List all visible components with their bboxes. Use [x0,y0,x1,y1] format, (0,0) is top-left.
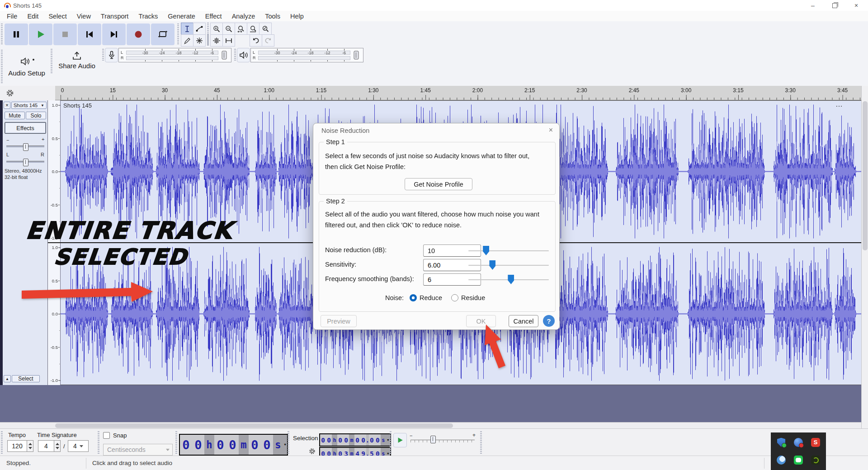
fit-project-button[interactable] [247,23,259,35]
menu-item-analyze[interactable]: Analyze [227,11,260,21]
time-sig-down-icon[interactable] [56,447,59,451]
timeline-gear-icon[interactable] [5,89,14,98]
horizontal-scrollbar[interactable] [0,422,861,429]
draw-tool-button[interactable] [181,34,193,47]
close-track-button[interactable]: × [4,102,10,109]
menu-item-tracks[interactable]: Tracks [133,11,163,21]
snap-checkbox[interactable] [103,432,110,439]
record-meter-grip[interactable] [102,49,104,61]
help-button[interactable]: ? [543,315,555,327]
field-slider-thumb-2[interactable] [508,275,514,284]
recording-meter[interactable] [118,48,231,62]
time-unit[interactable]: s [381,434,386,446]
collapse-track-button[interactable]: ▲ [4,375,11,382]
selection-gear-icon[interactable] [308,447,316,455]
line-messenger-icon[interactable] [793,455,803,465]
reduce-radio[interactable] [410,294,417,301]
transport-grip[interactable] [1,24,3,45]
menu-item-edit[interactable]: Edit [22,11,43,21]
track-select-button[interactable]: Select [12,375,40,382]
time-sig-up-icon[interactable] [56,441,59,445]
tempo-down-icon[interactable] [28,447,32,451]
audio-position-display[interactable]: 00h00m00s▼ [179,434,288,456]
time-display-grip[interactable] [175,431,177,454]
play-speed-grip[interactable] [390,431,392,454]
time-sig-upper-input[interactable]: 4 [38,440,54,452]
dialog-close-icon[interactable]: × [549,126,553,134]
audio-setup-grip[interactable] [1,50,3,83]
pan-slider[interactable] [6,161,44,163]
cancel-button[interactable]: Cancel [509,315,538,327]
menu-item-file[interactable]: File [2,11,22,21]
residue-radio-label[interactable]: Residue [461,294,485,301]
time-digit[interactable]: 0 [369,434,375,446]
edit-tools-grip[interactable] [207,34,209,46]
preview-button[interactable]: Preview [321,315,357,327]
vertical-scale-ruler[interactable] [48,100,61,385]
time-sig-spinner[interactable] [54,440,61,452]
loop-button[interactable] [151,24,175,45]
nvidia-settings-icon[interactable] [811,455,821,465]
record-button[interactable] [127,24,150,45]
menu-item-view[interactable]: View [72,11,96,21]
track-name-button[interactable]: Shorts 145 ▼ [11,102,47,109]
menu-item-effect[interactable]: Effect [200,11,227,21]
share-audio-button[interactable]: Share Audio [52,48,101,73]
zoom-in-button[interactable] [210,23,223,35]
snap-unit-select[interactable]: Centiseconds [103,444,173,456]
time-digit[interactable]: 0 [249,435,261,455]
time-toolbar-grip[interactable] [1,431,3,454]
time-digit[interactable]: 0 [337,434,343,446]
close-button[interactable]: × [847,0,865,11]
trim-audio-button[interactable] [210,34,223,47]
record-meter-button[interactable] [105,48,118,62]
menu-item-help[interactable]: Help [285,11,309,21]
play-at-speed-button[interactable] [393,433,407,447]
field-slider-2[interactable] [468,273,549,286]
gain-slider-thumb[interactable] [23,143,28,151]
playback-meter[interactable] [250,48,363,62]
tempo-input[interactable]: 120 [7,440,27,452]
time-sig-lower-select[interactable]: 4 [68,440,89,452]
menu-item-generate[interactable]: Generate [163,11,200,21]
play-meter-grip[interactable] [234,49,236,61]
field-slider-thumb-1[interactable] [489,260,495,270]
tempo-spinner[interactable] [27,440,33,452]
selection-start-display[interactable]: 00h00m00.00s▼ [319,433,391,446]
gain-slider[interactable] [6,146,44,147]
moon-app-icon[interactable] [776,455,786,465]
time-unit[interactable]: m [239,435,249,455]
snap-toolbar-grip[interactable] [98,431,99,454]
windows-security-icon[interactable] [776,437,786,447]
time-digit[interactable]: 0 [192,435,204,455]
app-orb-icon[interactable] [793,437,803,447]
undo-button[interactable] [250,34,262,47]
multi-tool-button[interactable] [193,34,206,47]
pause-button[interactable] [5,24,28,45]
pan-slider-thumb[interactable] [23,159,28,166]
fit-selection-button[interactable] [235,23,247,35]
time-digit[interactable]: 0 [326,434,332,446]
tools-grip[interactable] [177,24,179,45]
selection-toolbar-grip[interactable] [288,431,289,454]
track-overflow-icon[interactable]: … [835,100,843,108]
zoom-out-button[interactable] [222,23,235,35]
silence-audio-button[interactable] [222,34,235,47]
reduce-radio-label[interactable]: Reduce [420,294,442,301]
time-digit[interactable]: 0 [180,435,192,455]
play-speed-slider[interactable]: − + [410,433,476,446]
time-unit[interactable]: h [204,435,214,455]
skip-to-end-button[interactable] [102,24,126,45]
time-digit[interactable]: 0 [343,434,349,446]
envelope-tool-button[interactable] [193,23,206,35]
solo-button[interactable]: Solo [26,112,46,119]
timeline-ruler[interactable] [55,86,861,100]
menu-item-transport[interactable]: Transport [96,11,134,21]
end-grip[interactable] [480,431,482,454]
field-slider-thumb-0[interactable] [483,246,489,255]
tempo-up-icon[interactable] [28,441,32,445]
zoom-toggle-button[interactable] [259,23,272,35]
time-digit[interactable]: 0 [354,434,360,446]
residue-radio[interactable] [451,294,458,301]
get-noise-profile-button[interactable]: Get Noise Profile [405,178,472,190]
